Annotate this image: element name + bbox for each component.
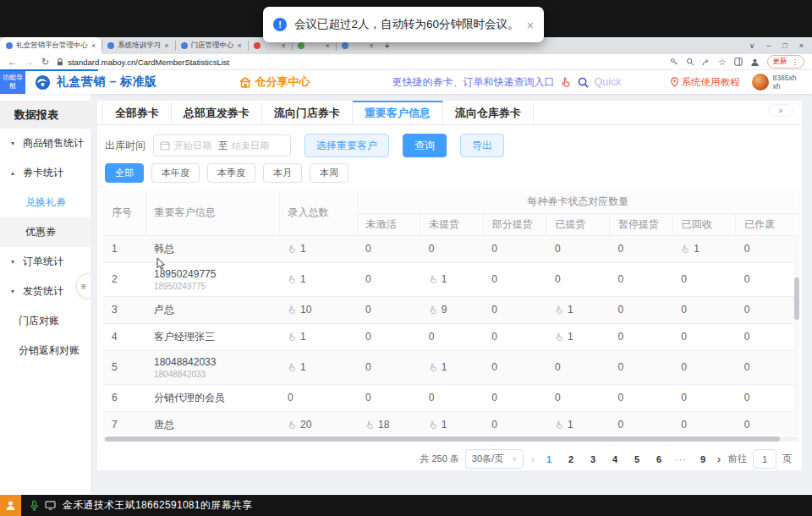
page-number-button[interactable]: 2: [564, 454, 578, 464]
cell-count-link[interactable]: 1: [279, 262, 357, 296]
cell-count-link[interactable]: 1: [546, 411, 610, 435]
cell-count-link[interactable]: 18: [357, 411, 420, 435]
date-range-picker[interactable]: 至: [153, 134, 291, 156]
cell-count-link[interactable]: 1: [279, 350, 357, 384]
user-menu[interactable]: 8385xh xh: [752, 74, 804, 91]
page-number-button[interactable]: 9: [696, 454, 710, 464]
content-tab[interactable]: 流向门店券卡: [262, 101, 353, 124]
page-number-button[interactable]: 4: [608, 454, 622, 464]
query-button[interactable]: 查询: [403, 134, 447, 157]
cell-count-link[interactable]: 1: [546, 323, 610, 350]
window-close-icon[interactable]: ×: [799, 41, 804, 50]
content-tab[interactable]: 总部直发券卡: [172, 101, 262, 124]
cell-no: 7: [103, 411, 145, 435]
quick-range-button[interactable]: 本年度: [151, 163, 200, 183]
window-maximize-icon[interactable]: □: [782, 41, 787, 50]
tab-close-icon[interactable]: ×: [370, 41, 374, 50]
quick-range-filters: 全部本年度本季度本月本周: [105, 163, 802, 183]
goto-page-input[interactable]: [753, 449, 776, 469]
function-nav-badge[interactable]: 功能导航: [0, 70, 25, 94]
content-tab[interactable]: 流向仓库券卡: [443, 101, 534, 124]
cell-count: 0: [420, 384, 484, 411]
page-number-button[interactable]: 3: [586, 454, 600, 464]
tab-close-icon[interactable]: ×: [91, 41, 96, 50]
horizontal-scrollbar-thumb[interactable]: [105, 436, 780, 442]
horizontal-scrollbar[interactable]: [103, 436, 799, 442]
tab-close-icon[interactable]: ×: [238, 41, 242, 50]
next-page-button[interactable]: ›: [716, 453, 722, 465]
screen-share-icon[interactable]: [45, 501, 56, 510]
cell-count-link[interactable]: 20: [279, 411, 357, 435]
table-section: 序号重要客户信息录入总数每种券卡状态对应数量未激活未提货部分提货已提货暂停提货已…: [103, 191, 799, 442]
share-center-link[interactable]: 仓分享中心: [239, 74, 310, 90]
quick-range-button[interactable]: 本月: [263, 163, 302, 183]
tab-close-icon[interactable]: ×: [164, 41, 168, 50]
cell-count-link[interactable]: 1: [546, 296, 610, 323]
microphone-icon[interactable]: [30, 500, 39, 511]
page-number-button[interactable]: 1: [542, 454, 556, 464]
page-size-select[interactable]: 30条/页 ∨: [465, 449, 524, 469]
browser-tab[interactable]: 礼盒营销平台管理中心×: [0, 37, 102, 54]
sidebar-item-label: 优惠券: [25, 225, 56, 239]
end-date-input[interactable]: [232, 140, 272, 151]
vertical-scrollbar[interactable]: [794, 237, 799, 435]
cell-count-link[interactable]: 1: [420, 411, 484, 435]
cell-count-link[interactable]: 1: [672, 235, 736, 262]
content-tab[interactable]: 全部券卡: [102, 101, 172, 124]
cell-count-link[interactable]: 1: [420, 262, 484, 296]
window-minimize-icon[interactable]: –: [766, 41, 771, 50]
quick-range-button[interactable]: 全部: [105, 163, 144, 183]
start-date-input[interactable]: [174, 140, 214, 151]
sidebar-item[interactable]: 优惠券: [0, 217, 91, 247]
vertical-scrollbar-thumb[interactable]: [794, 277, 799, 320]
back-icon[interactable]: ←: [8, 58, 17, 67]
tab-close-icon[interactable]: ×: [282, 41, 286, 50]
content-tab[interactable]: 重要客户信息: [353, 101, 443, 124]
cell-count-link[interactable]: 10: [279, 296, 357, 323]
select-customer-button[interactable]: 选择重要客户: [304, 134, 389, 157]
mouse-cursor: [156, 257, 166, 271]
window-menu-icon[interactable]: ∨: [749, 41, 755, 50]
share-icon[interactable]: [702, 58, 710, 66]
panel-collapse-button[interactable]: »: [768, 104, 793, 117]
cell-count-link[interactable]: 1: [279, 323, 357, 350]
sidebar-item[interactable]: ▾订单统计: [0, 247, 91, 277]
avatar[interactable]: [752, 74, 769, 91]
quick-entry[interactable]: 更快捷的券卡、订单和快递查询入口 Quick: [392, 75, 622, 90]
update-button[interactable]: 更新 ⋮: [767, 55, 805, 69]
tutorial-link[interactable]: 系统使用教程: [671, 76, 740, 89]
browser-menu-dots-icon[interactable]: ⋮: [792, 58, 799, 66]
expand-arrow-icon: ▾: [11, 258, 18, 266]
prev-page-button[interactable]: ‹: [529, 453, 536, 465]
key-icon[interactable]: [670, 58, 678, 66]
page-number-button[interactable]: 5: [630, 454, 644, 464]
browser-tab[interactable]: 系统培训学习×: [102, 37, 174, 54]
toast-close-icon[interactable]: ×: [527, 18, 535, 32]
forward-icon[interactable]: →: [25, 58, 34, 67]
search-icon[interactable]: [578, 77, 589, 88]
cell-count: 0: [546, 350, 610, 384]
sidebar-item[interactable]: 门店对账: [0, 306, 91, 336]
reload-icon[interactable]: ↻: [41, 58, 49, 67]
sidebar-item[interactable]: ▴券卡统计: [0, 158, 91, 188]
tab-favicon: [181, 42, 188, 49]
cell-count-link[interactable]: 1: [420, 350, 484, 384]
export-button[interactable]: 导出: [460, 134, 504, 157]
cell-count-link[interactable]: 1: [279, 235, 357, 262]
profile-icon[interactable]: [750, 58, 760, 67]
quick-range-button[interactable]: 本季度: [207, 163, 255, 183]
side-panel-icon[interactable]: [734, 58, 743, 66]
sidebar-item[interactable]: 分销返利对账: [0, 336, 91, 365]
address-bar[interactable]: standard.maboy.cn/CardMemberStatisticsLi…: [57, 58, 229, 67]
bookmark-star-icon[interactable]: ☆: [718, 58, 727, 67]
meeting-participant-button[interactable]: [0, 495, 21, 516]
cell-count-link[interactable]: 9: [420, 296, 484, 323]
sidebar-item[interactable]: ▾商品销售统计: [0, 129, 91, 158]
page-number-button[interactable]: 6: [652, 454, 666, 464]
sidebar-item[interactable]: 兑换礼券: [0, 188, 91, 217]
quick-search-label[interactable]: Quick: [595, 76, 622, 88]
quick-range-button[interactable]: 本周: [310, 163, 348, 183]
zoom-icon[interactable]: [686, 58, 694, 66]
tab-close-icon[interactable]: ×: [326, 41, 330, 50]
browser-tab[interactable]: 门店管理中心×: [175, 37, 248, 54]
